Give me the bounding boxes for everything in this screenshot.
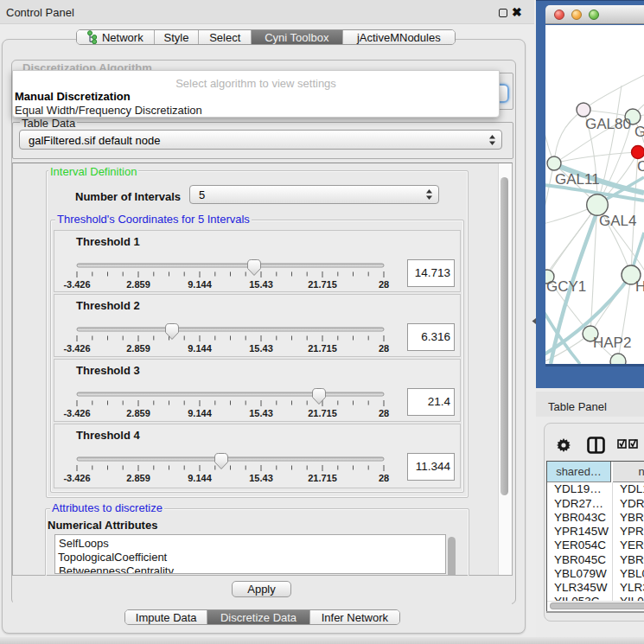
svg-text:28: 28 [379, 343, 389, 354]
svg-text:21.715: 21.715 [308, 473, 337, 483]
svg-text:-3.426: -3.426 [63, 473, 90, 483]
svg-text:21.715: 21.715 [308, 408, 337, 418]
svg-text:-3.426: -3.426 [63, 279, 90, 290]
svg-text:9.144: 9.144 [188, 279, 212, 290]
svg-text:GCY1: GCY1 [546, 278, 586, 295]
svg-text:2.859: 2.859 [126, 473, 150, 483]
svg-text:15.43: 15.43 [249, 473, 273, 483]
svg-text:28: 28 [379, 279, 389, 290]
svg-text:15.43: 15.43 [249, 279, 273, 290]
svg-text:H: H [635, 278, 644, 295]
svg-text:GAL4: GAL4 [599, 213, 636, 229]
svg-text:2.859: 2.859 [126, 408, 150, 418]
svg-text:9.144: 9.144 [188, 408, 212, 418]
svg-text:15.43: 15.43 [249, 408, 273, 418]
svg-text:GAL80: GAL80 [585, 116, 631, 132]
svg-text:28: 28 [379, 473, 389, 483]
svg-text:21.715: 21.715 [308, 343, 337, 354]
svg-text:2.859: 2.859 [126, 343, 150, 354]
svg-text:15.43: 15.43 [249, 343, 273, 354]
svg-text:28: 28 [379, 408, 389, 418]
svg-text:GAL11: GAL11 [555, 171, 600, 188]
svg-text:HAP2: HAP2 [593, 335, 631, 351]
svg-text:C: C [637, 158, 644, 175]
svg-text:9.144: 9.144 [188, 343, 212, 354]
svg-text:2.859: 2.859 [126, 279, 150, 290]
svg-text:-3.426: -3.426 [63, 343, 90, 354]
svg-text:GA: GA [634, 124, 644, 140]
svg-text:9.144: 9.144 [188, 473, 212, 483]
svg-text:-3.426: -3.426 [63, 408, 90, 418]
svg-text:21.715: 21.715 [308, 279, 337, 290]
